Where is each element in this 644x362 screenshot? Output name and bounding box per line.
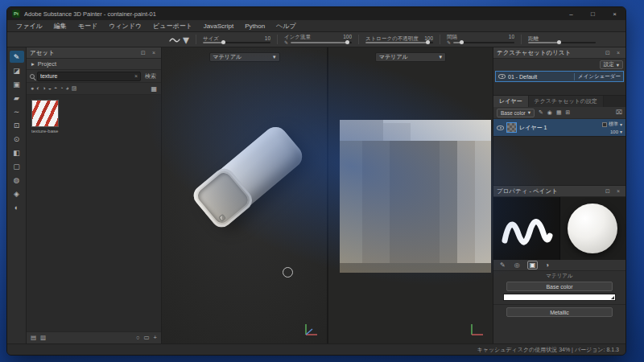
tool-smudge[interactable]: ∼ [10,105,24,117]
close-panel-icon[interactable]: × [614,188,622,194]
tool-eraser[interactable]: ◪ [10,64,24,76]
filter-materials-icon[interactable]: ◐ [36,85,39,92]
menu-file[interactable]: ファイル [10,22,48,31]
viewport-3d-material-dropdown[interactable]: マテリアル ▾ [209,52,280,62]
texture-set-settings-dropdown[interactable]: 設定 ▾ [600,60,623,69]
material-sphere-preview[interactable] [560,197,626,260]
preview-sphere-icon[interactable]: ○ [136,335,140,341]
base-color-channel-button[interactable]: Base color [506,282,613,291]
maximize-button[interactable]: □ [582,7,604,20]
tool-clone[interactable]: ⊡ [10,119,24,131]
viewport-2d-material-dropdown[interactable]: マテリアル ▾ [375,52,446,62]
add-fill-layer-icon[interactable]: ◉ [547,109,552,116]
brush-stroke-preview[interactable] [493,197,559,260]
details-view-icon[interactable]: ▥ [40,335,46,341]
menu-mode[interactable]: モード [72,22,103,31]
add-asset-icon[interactable]: + [154,335,157,341]
layer-checkbox[interactable] [602,122,607,127]
flow-slider-control[interactable]: インク流量100 ✎ [284,34,352,45]
pen-pressure-icon[interactable]: ✎ [447,40,451,45]
distance-slider-control[interactable]: 距離 [528,35,596,43]
filter-alphas-icon[interactable]: ◕ [65,85,68,92]
filter-filters-icon[interactable]: ◓ [54,85,57,92]
alpha-tab-icon[interactable]: ◎ [513,261,522,269]
assets-panel-title: アセット [30,49,55,57]
shelf-icon[interactable]: ▭ [144,335,150,341]
dock-icon[interactable]: ⊡ [604,188,612,195]
material-tab-icon[interactable]: ▣ [527,261,539,269]
flow-slider[interactable] [291,42,352,43]
spacing-slider-control[interactable]: 間隔10 ✎ [447,34,514,45]
asset-search-input[interactable] [40,73,133,79]
stroke-opacity-slider[interactable] [365,42,433,43]
delete-layer-icon[interactable]: ⌧ [616,109,622,116]
filter-smart-masks-icon[interactable]: ◒ [48,85,52,92]
metallic-channel-button[interactable]: Metallic [506,307,613,317]
uv-island-block [340,120,383,141]
filter-smart-materials-icon[interactable]: ◑ [42,85,45,92]
size-slider[interactable] [203,42,270,43]
viewport-2d[interactable]: マテリアル ▾ [328,47,493,343]
menu-viewport[interactable]: ビューポート [147,22,198,31]
minimize-button[interactable]: – [560,7,582,20]
viewport-2d-material-label: マテリアル [379,53,408,61]
distance-slider[interactable] [528,42,596,43]
tool-geometry-mask[interactable]: ◧ [10,146,24,158]
uv-texture-map [340,120,491,273]
stencil-tab-icon[interactable]: ◑ [543,261,551,269]
layer-opacity-value[interactable]: 100 [610,130,618,134]
asset-search-box[interactable]: × [37,72,141,81]
add-folder-icon[interactable]: ⊞ [566,109,571,116]
menu-window[interactable]: ウィンドウ [103,22,147,31]
blend-mode-dropdown[interactable]: 標準 [609,121,618,128]
tool-selection[interactable]: ▢ [10,160,24,172]
tool-material-picker[interactable]: ⊙ [10,133,24,145]
add-paint-layer-icon[interactable]: ✎ [539,109,543,116]
stroke-opacity-slider-control[interactable]: ストロークの不透明度100 [365,35,433,43]
assets-project-breadcrumb[interactable]: ▸ Project [27,59,161,70]
dock-icon[interactable]: ⊡ [604,50,612,56]
layer-row-selected[interactable]: レイヤー 1 標準 ▾ 100 ▾ [493,119,625,137]
filter-textures-icon[interactable]: ▨ [72,85,77,92]
layer-visibility-icon[interactable] [497,125,504,130]
filter-brushes-icon[interactable]: ◔ [60,85,63,92]
tool-quick-mask[interactable]: ◍ [10,174,24,186]
layer-thumbnail[interactable] [506,122,517,133]
navigation-gizmo-2d[interactable] [468,320,485,338]
brush-preset-button[interactable]: ▾ [168,32,189,47]
asset-texture-base-thumbnail[interactable] [31,100,59,127]
clear-search-icon[interactable]: × [134,73,138,79]
tool-polygon-fill[interactable]: ▰ [10,92,24,104]
toolbar-separator [358,35,359,44]
visibility-eye-icon[interactable] [498,74,506,79]
brush-settings-tab-icon[interactable]: ✎ [498,261,507,269]
tool-paint[interactable]: ✎ [10,51,24,63]
viewport-3d[interactable]: マテリアル ▾ [162,47,328,343]
tool-display-settings[interactable]: ◐ [10,201,24,213]
navigation-gizmo-3d[interactable] [302,320,320,338]
tool-symmetry[interactable]: ◈ [10,187,24,200]
texture-set-row[interactable]: 01 - Default メインシェーダー [495,71,624,82]
dock-icon[interactable]: ⊡ [139,50,147,56]
close-panel-icon[interactable]: × [150,50,158,56]
close-panel-icon[interactable]: × [614,50,622,56]
chevron-down-icon: ▾ [528,109,530,116]
size-slider-control[interactable]: サイズ10 [203,35,270,43]
menu-help[interactable]: ヘルプ [270,22,302,31]
grid-view-icon[interactable]: ▦ [151,85,157,93]
filter-all-icon[interactable]: ● [31,85,34,92]
tab-layers[interactable]: レイヤー [493,96,529,107]
channel-filter-dropdown[interactable]: Base color ▾ [497,109,535,117]
main-shader-link[interactable]: メインシェーダー [574,73,621,80]
spacing-slider[interactable] [453,42,514,43]
tab-texture-set-settings[interactable]: テクスチャセットの設定 [529,96,604,107]
menu-python[interactable]: Python [239,23,270,30]
tool-projection[interactable]: ▣ [10,78,24,90]
add-smart-material-icon[interactable]: ▦ [556,109,562,116]
close-button[interactable]: × [604,7,625,20]
menu-edit[interactable]: 編集 [48,22,72,31]
menu-javascript[interactable]: JavaScript [198,23,239,30]
pen-pressure-icon[interactable]: ✎ [284,40,288,45]
list-view-icon[interactable]: ▤ [31,335,36,341]
base-color-swatch[interactable] [503,294,616,301]
